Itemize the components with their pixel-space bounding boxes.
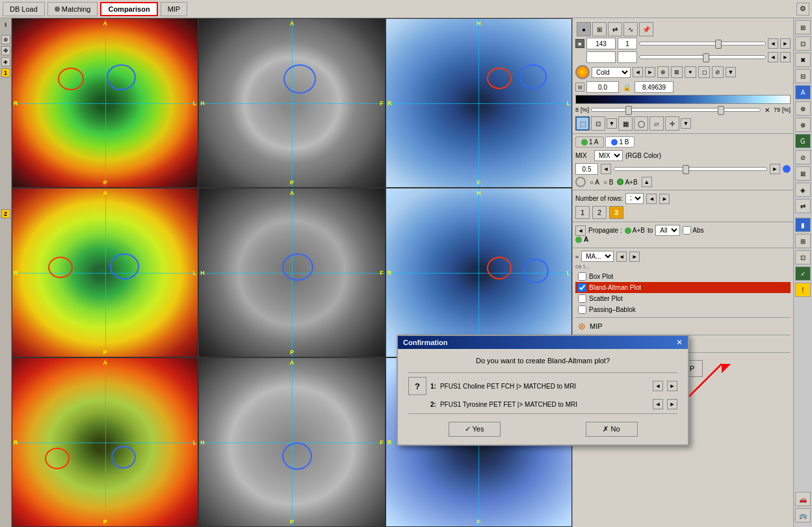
dialog-buttons: ✓ Yes ✗ No <box>408 422 677 437</box>
svg-line-0 <box>689 364 722 396</box>
dialog-sep-2 <box>408 413 677 414</box>
dialog-help-btn[interactable]: ? <box>408 377 426 395</box>
dialog-item-1-text: PFUS1 Choline PET FCH |> MATCHED to MRI <box>440 383 649 390</box>
dialog-item-2-next[interactable]: ► <box>667 399 677 409</box>
dialog-body: Do you want to create Bland-Altmam plot?… <box>398 349 688 444</box>
dialog-item-2-num: 2: <box>430 401 436 408</box>
dialog-question: Do you want to create Bland-Altmam plot? <box>408 357 677 365</box>
dialog-item-2-text: PFUS1 Tyrosine PET FET |> MATCHED to MRI <box>440 401 649 408</box>
dialog-item-1: ? 1: PFUS1 Choline PET FCH |> MATCHED to… <box>408 377 677 395</box>
dialog-no-btn[interactable]: ✗ No <box>586 422 638 437</box>
dialog-title: Confirmation <box>403 339 447 346</box>
dialog-overlay: Confirmation ✕ Do you want to create Bla… <box>0 0 812 527</box>
dialog-yes-btn[interactable]: ✓ Yes <box>449 422 501 437</box>
dialog-item-1-num: 1: <box>430 383 436 390</box>
dialog-item-1-next[interactable]: ► <box>667 381 677 391</box>
svg-marker-1 <box>717 359 731 373</box>
dialog-titlebar: Confirmation ✕ <box>398 336 688 349</box>
dialog-close-btn[interactable]: ✕ <box>676 338 683 347</box>
dialog-item-2: 2: PFUS1 Tyrosine PET FET |> MATCHED to … <box>408 399 677 409</box>
red-arrow-annotation <box>683 344 812 409</box>
dialog-item-2-prev[interactable]: ◄ <box>653 399 663 409</box>
dialog-sep-1 <box>408 372 677 373</box>
confirmation-dialog: Confirmation ✕ Do you want to create Bla… <box>397 335 689 446</box>
dialog-item-1-prev[interactable]: ◄ <box>653 381 663 391</box>
